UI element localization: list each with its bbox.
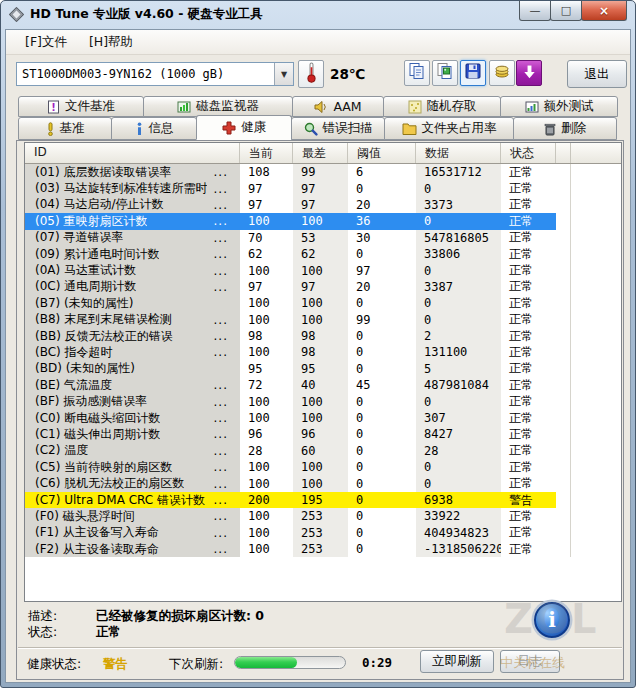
tab-delete[interactable]: 删除 [513, 117, 617, 140]
donate-button[interactable] [489, 60, 515, 86]
folder-usage-icon [402, 122, 417, 135]
copy-text-button[interactable] [404, 60, 430, 86]
threshold-cell: 0 [348, 246, 416, 262]
next-refresh-label: 下次刷新: [169, 656, 223, 673]
table-row[interactable]: (F2) 从主设备读取寿命...1002530-1318506220正常 [25, 541, 621, 557]
threshold-cell: 20 [348, 279, 416, 295]
drive-select[interactable]: ST1000DM003-9YN162 (1000 gB) ▼ [16, 62, 294, 86]
row-filler [556, 197, 571, 213]
tab-disk-monitor[interactable]: 磁盘监视器 [143, 96, 293, 117]
threshold-cell: 0 [348, 541, 416, 557]
status-cell: 正常 [501, 213, 556, 229]
data-cell: 0 [416, 393, 501, 409]
table-row[interactable]: (07) 寻道错误率...705330547816805正常 [25, 230, 621, 246]
tab-random-access[interactable]: 随机存取 [383, 96, 501, 117]
exit-label: 退出 [585, 66, 610, 83]
copy-image-button[interactable] [432, 60, 458, 86]
tab-extra-tests[interactable]: 额外测试 [500, 96, 618, 117]
status-cell: 正常 [501, 508, 556, 524]
row-filler [571, 213, 621, 229]
column-header-5: 状态 [501, 143, 556, 163]
chevron-down-icon[interactable]: ▼ [274, 63, 293, 85]
status-cell: 正常 [501, 410, 556, 426]
threshold-cell: 0 [348, 295, 416, 311]
attribute-name-cell: (C5) 当前待映射的扇区数... [25, 459, 240, 475]
worst-cell: 100 [293, 475, 348, 491]
table-row[interactable]: (05) 重映射扇区计数...100100360正常 [25, 213, 621, 229]
table-row[interactable]: (C2) 温度...2860028正常 [25, 443, 621, 459]
table-row[interactable]: (01) 底层数据读取错误率...10899616531712正常 [25, 164, 621, 180]
title-bar[interactable]: HD Tune 专业版 v4.60 - 硬盘专业工具 — □ × [1, 1, 635, 28]
tab-health[interactable]: 健康 [196, 115, 292, 140]
details-dots: ... [214, 345, 228, 359]
table-row[interactable]: (BE) 气流温度...724045487981084正常 [25, 377, 621, 393]
table-row[interactable]: (09) 累计通电时间计数...6262033806正常 [25, 246, 621, 262]
temperature-button[interactable] [298, 60, 324, 88]
info-icon[interactable] [534, 602, 570, 638]
refresh-now-button[interactable]: 立即刷新 [420, 650, 494, 673]
tab-label: 健康 [241, 119, 266, 136]
table-row[interactable]: (C1) 磁头伸出周期计数...969608427正常 [25, 426, 621, 442]
table-row[interactable]: (BD) (未知的属性)959505正常 [25, 361, 621, 377]
table-row[interactable]: (0A) 马达重试计数...100100970正常 [25, 262, 621, 278]
status-cell: 正常 [501, 541, 556, 557]
current-cell: 100 [240, 262, 293, 278]
table-row[interactable]: (BC) 指令超时...100980131100正常 [25, 344, 621, 360]
tab-folder-usage[interactable]: 文件夹占用率 [384, 117, 514, 140]
save-button[interactable] [460, 60, 486, 86]
table-row[interactable]: (F0) 磁头悬浮时间...100253033922正常 [25, 508, 621, 524]
row-filler [571, 426, 621, 442]
attribute-name: (C1) 磁头伸出周期计数 [35, 426, 160, 442]
table-row[interactable]: (C6) 脱机无法校正的扇区数...10010000正常 [25, 475, 621, 491]
close-icon: × [599, 4, 609, 18]
current-cell: 100 [240, 508, 293, 524]
current-cell: 100 [240, 213, 293, 229]
worst-cell: 62 [293, 246, 348, 262]
current-cell: 100 [240, 312, 293, 328]
details-dots: ... [214, 313, 228, 327]
table-row[interactable]: (C7) Ultra DMA CRC 错误计数...20019506938警告 [25, 492, 621, 508]
table-row[interactable]: (0C) 通电周期计数...9797203387正常 [25, 279, 621, 295]
data-cell: 0 [416, 180, 501, 196]
maximize-button[interactable]: □ [550, 1, 582, 21]
threshold-cell: 6 [348, 164, 416, 180]
status-cell: 正常 [501, 246, 556, 262]
worst-cell: 98 [293, 328, 348, 344]
tab-benchmark[interactable]: 基准 [18, 117, 112, 140]
threshold-cell: 0 [348, 492, 416, 508]
threshold-cell: 0 [348, 459, 416, 475]
exit-button[interactable]: 退出 [567, 60, 627, 88]
tab-aam[interactable]: AAM [292, 96, 384, 117]
update-button[interactable] [516, 60, 542, 86]
attribute-name: (B7) (未知的属性) [35, 295, 133, 311]
table-row[interactable]: (B8) 末尾到末尾错误检测...100100990正常 [25, 312, 621, 328]
tab-error-scan[interactable]: 错误扫描 [291, 117, 385, 140]
table-row[interactable]: (C5) 当前待映射的扇区数...10010000正常 [25, 459, 621, 475]
health-status-value: 警告 [103, 656, 128, 673]
worst-cell: 96 [293, 426, 348, 442]
attribute-name: (C7) Ultra DMA CRC 错误计数 [35, 492, 205, 508]
data-cell: 487981084 [416, 377, 501, 393]
log-button[interactable]: 日志 [500, 650, 560, 673]
minimize-button[interactable]: — [519, 1, 551, 21]
close-button[interactable]: × [581, 1, 627, 21]
row-filler [571, 312, 621, 328]
tab-file-benchmark[interactable]: !文件基准 [18, 96, 144, 117]
menu-item-file[interactable]: [F]文件 [16, 31, 76, 54]
table-row[interactable]: (04) 马达启动/停止计数...9797203373正常 [25, 197, 621, 213]
table-row[interactable]: (F1) 从主设备写入寿命...1002530404934823正常 [25, 525, 621, 541]
row-filler [556, 443, 571, 459]
donate-icon [493, 62, 511, 84]
menu-item-help[interactable]: [H]帮助 [80, 31, 142, 54]
tab-label: 文件夹占用率 [422, 120, 497, 137]
tab-info[interactable]: 信息 [111, 117, 197, 140]
current-cell: 100 [240, 525, 293, 541]
table-row[interactable]: (BF) 振动感测错误率...10010000正常 [25, 393, 621, 409]
table-row[interactable]: (03) 马达旋转到标准转速所需时...979700正常 [25, 180, 621, 196]
table-row[interactable]: (C0) 断电磁头缩回计数...1001000307正常 [25, 410, 621, 426]
window-controls: — □ × [520, 1, 627, 21]
table-row[interactable]: (B7) (未知的属性)10010000正常 [25, 295, 621, 311]
disk-monitor-icon [177, 100, 191, 114]
maximize-icon: □ [561, 4, 571, 17]
table-row[interactable]: (BB) 反馈无法校正的错误...989802正常 [25, 328, 621, 344]
